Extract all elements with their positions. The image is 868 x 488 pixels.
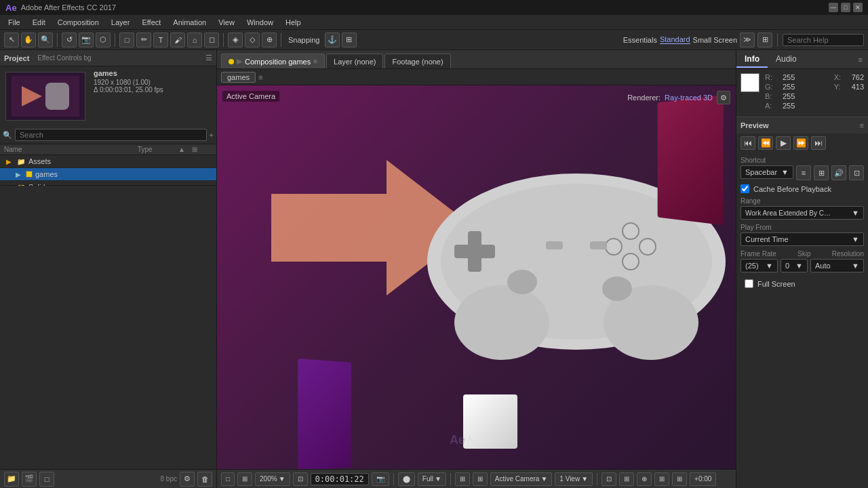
menu-layer[interactable]: Layer [106, 17, 136, 28]
menu-effect[interactable]: Effect [136, 17, 166, 28]
clone-tool[interactable]: ⌂ [187, 33, 202, 47]
play-btn[interactable]: ▶ [776, 136, 791, 150]
project-settings-btn[interactable]: ⚙ [180, 472, 195, 487]
text-tool[interactable]: T [153, 33, 168, 47]
grid-btn[interactable]: ⊞ [342, 33, 357, 47]
view-options-btn[interactable]: ⊞ [237, 472, 252, 486]
comp-subtab[interactable]: games [221, 72, 256, 83]
always-preview-btn[interactable]: □ [221, 472, 235, 486]
full-screen-checkbox[interactable] [745, 279, 753, 288]
camera-tool[interactable]: 📷 [79, 33, 94, 47]
view-camera-btn[interactable]: Active Camera ▼ [490, 472, 552, 486]
info-panel-menu-btn[interactable]: ≡ [853, 56, 868, 64]
new-solid-btn[interactable]: □ [39, 472, 54, 487]
rect-tool[interactable]: □ [119, 33, 134, 47]
menu-composition[interactable]: Composition [52, 17, 104, 28]
roto-tool[interactable]: ⊕ [262, 33, 277, 47]
cache-checkbox[interactable] [741, 184, 749, 193]
shortcut-icons-btn[interactable]: ⊞ [814, 165, 829, 180]
project-search-input[interactable] [15, 129, 207, 141]
hand-tool[interactable]: ✋ [21, 33, 36, 47]
go-to-start-btn[interactable]: ⏮ [741, 136, 755, 150]
renderer-value[interactable]: Ray-traced 3D [665, 94, 713, 102]
tab-footage[interactable]: Footage (none) [384, 54, 450, 68]
skip-select-btn[interactable]: 0 ▼ [781, 259, 808, 272]
range-value-btn[interactable]: Work Area Extended By Current... ▼ [741, 206, 864, 220]
menu-animation[interactable]: Animation [167, 17, 212, 28]
list-item[interactable]: ▶ games [0, 168, 216, 181]
step-back-btn[interactable]: ⏪ [758, 136, 773, 150]
menu-help[interactable]: Help [280, 17, 307, 28]
col-sort-btn[interactable]: ▲ [178, 146, 192, 153]
frame-rate-setting: Frame Rate Skip Resolution (25) ▼ 0 ▼ Au… [741, 250, 864, 272]
snapping-toggle[interactable]: ⚓ [325, 33, 340, 47]
add-item-btn[interactable]: + [210, 131, 214, 139]
comp-flowchart-btn[interactable]: ⊞ [672, 472, 687, 486]
new-comp-btn[interactable]: 🎬 [22, 472, 37, 487]
play-from-value-btn[interactable]: Current Time ▼ [741, 232, 864, 246]
menu-file[interactable]: File [3, 17, 26, 28]
play-from-value: Current Time [745, 235, 789, 243]
svg-point-17 [602, 277, 632, 301]
safe-margins-btn[interactable]: ⊡ [601, 472, 616, 486]
project-menu-btn[interactable]: ☰ [205, 54, 212, 62]
shortcut-opts2-btn[interactable]: ⊡ [849, 165, 864, 180]
grid-guide-btn[interactable]: ⊞ [619, 472, 634, 486]
color-toggle-btn[interactable]: ⬤ [398, 472, 415, 486]
puppet-tool[interactable]: ◈ [228, 33, 243, 47]
resolution-select[interactable]: Full ▼ [418, 472, 446, 486]
close-btn[interactable]: ✕ [853, 3, 863, 12]
selection-tool[interactable]: ↖ [4, 33, 19, 47]
views-select[interactable]: 1 View ▼ [555, 472, 593, 486]
zoom-tool[interactable]: 🔍 [38, 33, 53, 47]
go-to-end-btn[interactable]: ⏭ [811, 136, 826, 150]
shape-tool[interactable]: ◇ [245, 33, 260, 47]
menu-window[interactable]: Window [241, 17, 279, 28]
fit-to-view-btn[interactable]: ⊡ [293, 472, 308, 486]
minimize-btn[interactable]: — [829, 3, 838, 12]
workspace-menu-btn[interactable]: ≫ [740, 33, 755, 47]
essentials-btn[interactable]: Essentials [623, 36, 657, 44]
viewer-timecode[interactable]: 0:00:01:22 [311, 473, 369, 485]
list-item[interactable]: ▶ 📁 Assets [0, 155, 216, 168]
shortcut-audio-btn[interactable]: 🔊 [831, 165, 846, 180]
transparency-grid-btn[interactable]: ⊞ [473, 472, 488, 486]
region-of-interest-btn[interactable]: ⊞ [455, 472, 470, 486]
3d-gizmo-btn[interactable]: ⊕ [637, 472, 652, 486]
camera-btn[interactable]: 📷 [372, 472, 389, 486]
subtab-menu-icon[interactable]: ≡ [258, 73, 262, 81]
project-title: Project [4, 54, 29, 62]
col-options-btn[interactable]: ⊞ [192, 146, 212, 153]
new-folder-btn[interactable]: 📁 [4, 472, 19, 487]
search-help-input[interactable] [783, 34, 864, 46]
menu-view[interactable]: View [213, 17, 240, 28]
tab-composition[interactable]: ▶ Composition games ≡ [221, 54, 325, 68]
tab-layer[interactable]: Layer (none) [326, 54, 383, 68]
tab-audio[interactable]: Audio [768, 52, 805, 68]
step-forward-btn[interactable]: ⏩ [793, 136, 808, 150]
shortcut-value-btn[interactable]: Spacebar ▼ [741, 165, 793, 179]
standard-btn[interactable]: Standard [660, 35, 690, 44]
zoom-select[interactable]: 200% ▼ [255, 472, 290, 486]
small-screen-btn[interactable]: Small Screen [693, 36, 737, 44]
tab-info[interactable]: Info [736, 52, 768, 68]
pan-tool[interactable]: ⬡ [96, 33, 111, 47]
delete-btn[interactable]: 🗑 [197, 472, 212, 487]
renderer-options-btn[interactable]: ⚙ [717, 91, 730, 104]
eraser-tool[interactable]: ◻ [204, 33, 219, 47]
maximize-btn[interactable]: □ [841, 3, 850, 12]
pen-tool[interactable]: ✏ [136, 33, 151, 47]
menu-edit[interactable]: Edit [27, 17, 51, 28]
brush-tool[interactable]: 🖌 [170, 33, 185, 47]
view-options-btn2[interactable]: ⊞ [654, 472, 669, 486]
tab-comp-close[interactable]: ≡ [313, 58, 317, 65]
screen-option-btn[interactable]: ⊞ [757, 33, 772, 47]
fps-select-btn[interactable]: (25) ▼ [741, 259, 778, 272]
preview-menu-btn[interactable]: ≡ [860, 121, 864, 129]
shortcut-options-btn[interactable]: ≡ [796, 165, 811, 180]
resolution-select-btn[interactable]: Auto ▼ [810, 259, 864, 272]
preview-transport-controls: ⏮ ⏪ ▶ ⏩ ⏭ [736, 134, 868, 152]
effect-controls-tab[interactable]: Effect Controls bg [37, 54, 91, 62]
reset-exposure-btn[interactable]: +0:00 [690, 472, 716, 486]
rotation-tool[interactable]: ↺ [62, 33, 77, 47]
